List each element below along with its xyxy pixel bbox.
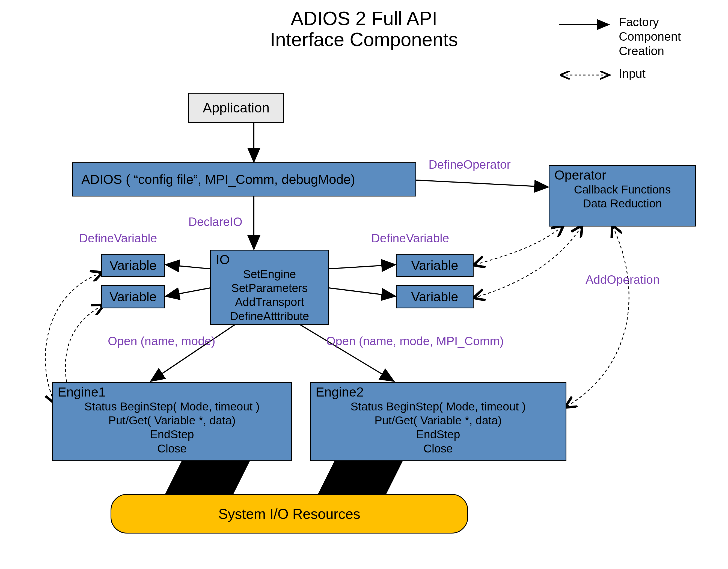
node-variable-label: Variable (109, 258, 157, 273)
legend: Factory Component Creation Input (556, 15, 709, 85)
node-resources: System I/O Resources (111, 494, 468, 534)
edge-label-define-variable-left: DefineVariable (79, 231, 157, 245)
node-adios: ADIOS ( “config file”, MPI_Comm, debugMo… (72, 162, 416, 196)
edge-label-define-variable-right: DefineVariable (371, 231, 449, 245)
node-operator-line-1: Data Reduction (549, 196, 695, 210)
edge-io-engine2 (300, 325, 393, 381)
node-engine1: Engine1 Status BeginStep( Mode, timeout … (52, 382, 292, 461)
edge-label-define-operator: DefineOperator (429, 158, 511, 171)
node-engine2-line-1: Put/Get( Variable *, data) (311, 413, 566, 427)
edge-label-open-2: Open (name, mode, MPI_Comm) (326, 334, 504, 348)
edge-label-add-operation: AddOperation (586, 273, 660, 287)
node-variable-left-2: Variable (101, 285, 165, 308)
edge-io-varL1 (167, 265, 210, 269)
node-engine1-line-1: Put/Get( Variable *, data) (53, 413, 291, 427)
node-variable-label: Variable (411, 289, 458, 304)
node-variable-label: Variable (109, 289, 157, 304)
node-engine2-line-2: EndStep (311, 427, 566, 441)
node-operator-header: Operator (549, 166, 695, 183)
node-io-line-2: AddTransport (211, 295, 328, 309)
edge-adios-operator (416, 180, 547, 187)
edge-operator-varR2 (475, 227, 581, 297)
node-engine2-line-3: Close (311, 442, 566, 455)
edge-operator-engine2 (566, 227, 629, 407)
node-io: IO SetEngine SetParameters AddTransport … (210, 250, 329, 325)
node-variable-left-1: Variable (101, 254, 165, 277)
node-engine1-header: Engine1 (53, 383, 291, 400)
node-engine1-line-3: Close (53, 442, 291, 455)
edge-label-open-1: Open (name, mode) (108, 334, 215, 348)
node-io-header: IO (211, 251, 328, 267)
node-variable-label: Variable (411, 258, 458, 273)
node-io-line-1: SetParameters (211, 281, 328, 295)
node-engine2-header: Engine2 (311, 383, 566, 400)
node-adios-label: ADIOS ( “config file”, MPI_Comm, debugMo… (81, 172, 355, 187)
edge-io-varL2 (167, 288, 210, 296)
edge-io-varR1 (329, 265, 394, 269)
node-engine2: Engine2 Status BeginStep( Mode, timeout … (310, 382, 566, 461)
node-application: Application (188, 93, 284, 123)
node-variable-right-2: Variable (396, 285, 474, 308)
edge-operator-varR1 (475, 227, 562, 265)
node-engine1-line-0: Status BeginStep( Mode, timeout ) (53, 400, 291, 413)
node-engine2-line-0: Status BeginStep( Mode, timeout ) (311, 400, 566, 413)
node-io-line-3: DefineAtttribute (211, 309, 328, 323)
node-variable-right-1: Variable (396, 254, 474, 277)
legend-input-label: Input (619, 67, 646, 81)
edge-io-varR2 (329, 288, 394, 296)
node-application-label: Application (203, 100, 270, 116)
node-operator: Operator Callback Functions Data Reducti… (549, 165, 696, 227)
node-operator-line-0: Callback Functions (549, 183, 695, 196)
node-io-line-0: SetEngine (211, 267, 328, 281)
edge-io-engine1 (151, 325, 235, 381)
legend-factory-label: Factory Component Creation (619, 15, 681, 58)
edge-label-declare-io: DeclareIO (188, 215, 242, 229)
node-engine1-line-2: EndStep (53, 427, 291, 441)
node-resources-label: System I/O Resources (218, 506, 360, 522)
